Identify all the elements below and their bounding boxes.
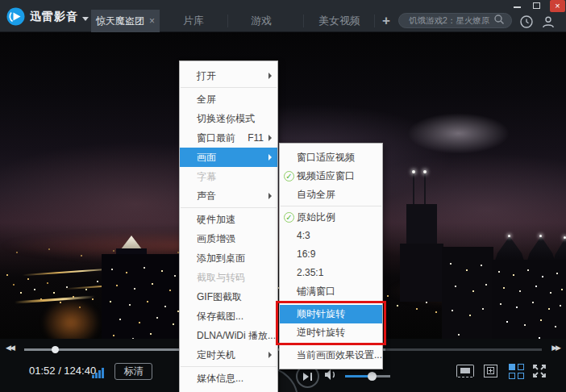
next-icon (310, 373, 312, 381)
submenu-arrow-icon (268, 135, 272, 141)
minimize-button[interactable] (510, 0, 526, 11)
antenna-light (412, 170, 415, 173)
menu-separator (181, 87, 277, 88)
menu-item-subtitle: 字幕 (180, 167, 277, 186)
app-logo-icon[interactable] (6, 7, 25, 26)
close-window-button[interactable]: × (550, 0, 565, 12)
menu-item-quality-enhance[interactable]: 画质增强 (180, 229, 277, 248)
check-icon: ✓ (284, 171, 294, 181)
volume-slider[interactable] (345, 375, 390, 377)
submenu-item-fill-window[interactable]: 铺满窗口 (280, 282, 382, 301)
playlist-grid-icon[interactable] (509, 364, 524, 379)
next-icon (303, 373, 309, 381)
time-display: 01:52 / 124:40 (29, 365, 96, 377)
tower-antenna (424, 173, 426, 206)
menu-item-gif-capture[interactable]: GIF图截取 (180, 287, 277, 307)
submenu-item-video-fit-window[interactable]: ✓视频适应窗口 (280, 167, 382, 186)
network-speed-icon (92, 368, 106, 378)
menu-item-sound[interactable]: 声音 (180, 186, 277, 206)
menu-item-dlna-widi[interactable]: DLNA/WiDi 播放... (180, 326, 277, 345)
rooftop-light (508, 235, 510, 237)
tab-divider (303, 15, 304, 27)
fullscreen-icon[interactable] (532, 364, 547, 382)
submenu-arrow-icon (268, 154, 272, 161)
user-account-icon[interactable] (542, 15, 555, 31)
menu-item-settings[interactable]: 设置 (180, 388, 277, 392)
maximize-button[interactable] (529, 0, 545, 11)
search-box[interactable]: 饥饿游戏2：星火燎原 (398, 13, 512, 28)
menu-item-save-screenshot[interactable]: 保存截图... (180, 307, 277, 326)
menu-item-add-to-desktop[interactable]: 添加到桌面 (180, 248, 277, 268)
player-window: ◀◀ ▶▶ 01:52 / 124:40 标清 迅雷影音 惊天魔盗团 × 片库 … (0, 0, 566, 392)
app-title[interactable]: 迅雷影音 (30, 10, 78, 24)
submenu-arrow-icon (268, 352, 272, 358)
menu-item-capture-transcode: 截取与转码 (180, 268, 277, 287)
title-bar: 迅雷影音 惊天魔盗团 × 片库 游戏 美女视频 + 饥饿游戏2：星火燎原 × (0, 0, 566, 32)
chevron-down-icon[interactable] (82, 17, 89, 21)
menu-item-timed-shutdown[interactable]: 定时关机 (180, 345, 277, 365)
tab-games[interactable]: 游戏 (229, 10, 293, 32)
rewind-icon[interactable]: ◀◀ (6, 344, 14, 352)
search-input[interactable]: 饥饿游戏2：星火燎原 (409, 15, 493, 27)
tab-label: 惊天魔盗团 (96, 15, 144, 28)
volume-handle[interactable] (368, 372, 377, 381)
submenu-item-auto-fullscreen[interactable]: 自动全屏 (280, 186, 382, 204)
submenu-item-picture-effect-settings[interactable]: 当前画面效果设置... (280, 346, 382, 365)
menu-item-window-on-top[interactable]: 窗口最前F11 (180, 128, 277, 148)
context-menu: 打开 全屏 切换迷你模式 窗口最前F11 画面 字幕 声音 硬件加速 画质增强 … (179, 60, 278, 392)
tab-library[interactable]: 片库 (161, 10, 226, 32)
skyscraper-silhouette (400, 244, 443, 302)
rooftop-light (539, 235, 542, 237)
submenu-item-window-fit-video[interactable]: 窗口适应视频 (280, 148, 382, 167)
menu-item-fullscreen[interactable]: 全屏 (180, 90, 277, 109)
menu-separator (181, 207, 277, 208)
quality-button[interactable]: 标清 (114, 363, 152, 380)
lit-windows (442, 247, 443, 248)
lit-windows (102, 254, 103, 256)
menu-item-media-info[interactable]: 媒体信息... (180, 369, 277, 388)
close-tab-icon[interactable]: × (149, 15, 155, 27)
antenna-light (423, 170, 427, 173)
annotation-highlight-box (276, 301, 386, 345)
new-tab-button[interactable]: + (377, 10, 395, 31)
submenu-item-2-35-1[interactable]: 2.35:1 (280, 264, 382, 282)
submenu-item-16-9[interactable]: 16:9 (280, 245, 382, 264)
search-icon[interactable] (493, 14, 505, 28)
tab-divider (227, 15, 228, 27)
volume-icon[interactable] (324, 369, 339, 384)
tab-divider (374, 15, 375, 27)
fast-forward-icon[interactable]: ▶▶ (551, 344, 560, 352)
menu-item-picture[interactable]: 画面 (180, 148, 277, 167)
history-clock-icon[interactable] (520, 15, 533, 31)
tab-videos[interactable]: 美女视频 (305, 10, 374, 32)
lit-windows (492, 260, 493, 261)
menu-item-mini-mode[interactable]: 切换迷你模式 (180, 109, 277, 128)
check-icon: ✓ (284, 212, 294, 223)
submenu-item-4-3[interactable]: 4:3 (280, 227, 382, 245)
menu-item-hw-accel[interactable]: 硬件加速 (180, 210, 277, 229)
snapshot-icon[interactable] (456, 365, 474, 377)
progress-handle[interactable] (52, 346, 59, 353)
menu-separator (281, 206, 381, 206)
menu-separator (181, 366, 277, 367)
submenu-arrow-icon (268, 73, 272, 79)
submenu-arrow-icon (268, 193, 272, 199)
tab-now-playing[interactable]: 惊天魔盗团 × (91, 10, 160, 32)
city-lights (0, 32, 2, 34)
shortcut-label: F11 (248, 128, 264, 148)
submenu-item-original-ratio[interactable]: ✓原始比例 (280, 208, 382, 227)
tower-antenna (413, 173, 414, 206)
menu-item-open[interactable]: 打开 (180, 66, 277, 85)
boss-key-icon[interactable] (484, 365, 497, 377)
